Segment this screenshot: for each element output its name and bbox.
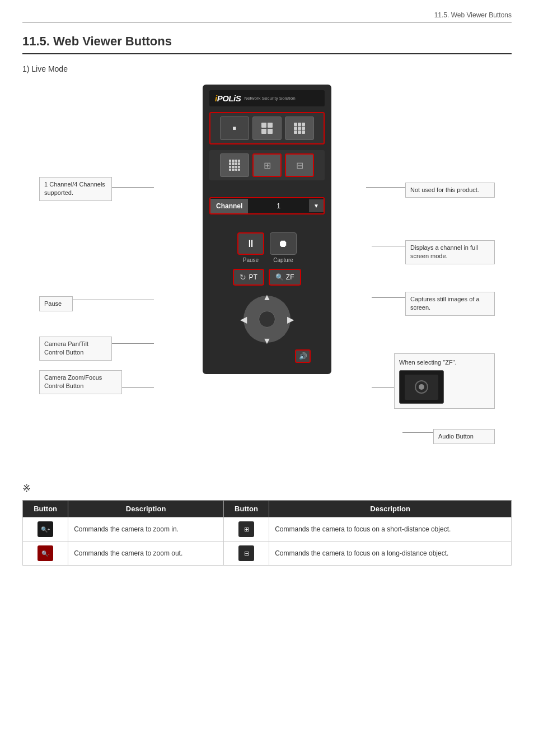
subsection-label: 1) Live Mode — [22, 64, 512, 73]
table-btn1-0: 🔍+ — [23, 517, 68, 542]
table-btn2-1: ⊟ — [223, 542, 269, 566]
section-title: 11.5. Web Viewer Buttons — [22, 34, 512, 54]
zf-label: ZF — [286, 273, 294, 281]
section-number: 11.5. — [22, 34, 50, 48]
callout-capture: Captures still images of a screen. — [405, 292, 495, 316]
view-custom2-button[interactable]: ⊟ — [285, 153, 314, 177]
zf-popup-circle — [415, 380, 428, 394]
callout-zf: Camera Zoom/Focus Control Button — [39, 370, 122, 394]
zf-button[interactable]: 🔍 ZF — [269, 269, 301, 286]
view-buttons-row2: ⊞ ⊟ — [209, 150, 325, 180]
capture-btn-wrap: ⏺ Capture — [270, 232, 297, 263]
callout-fullscreen: Displays a channel in full screen mode. — [405, 240, 495, 264]
logo-polis: POLiS — [217, 94, 241, 103]
channel-label: Channel — [210, 199, 248, 213]
subsection-text: 1) Live Mode — [22, 64, 68, 73]
col4-header: Description — [269, 501, 512, 517]
col2-header: Description — [68, 501, 224, 517]
pt-icon: ↻ — [240, 273, 246, 282]
audio-button[interactable]: 🔊 — [295, 349, 311, 363]
table-btn1-1: 🔍- — [23, 542, 68, 566]
ptz-left-arrow[interactable]: ◀ — [240, 314, 247, 325]
callout-line-audio — [402, 432, 433, 433]
ptz-up-arrow[interactable]: ▲ — [263, 292, 271, 302]
table-desc2-0: Commands the camera to focus on a short-… — [269, 517, 512, 542]
view-custom1-button[interactable]: ⊞ — [252, 153, 282, 177]
note-symbol: ※ — [22, 482, 512, 494]
when-selecting-label: When selecting "ZF". — [399, 358, 490, 367]
callout-audio-text: Audio Button — [438, 433, 474, 440]
custom1-icon: ⊞ — [264, 160, 271, 171]
zf-popup-image — [399, 370, 444, 404]
col3-header: Button — [223, 501, 269, 517]
zf-magnify-icon: 🔍 — [275, 273, 284, 281]
capture-icon: ⏺ — [278, 238, 288, 250]
ptz-center — [259, 311, 275, 328]
callout-when-selecting: When selecting "ZF". — [394, 353, 495, 409]
zoom-in-icon[interactable]: 🔍+ — [38, 521, 53, 537]
capture-label: Capture — [273, 257, 293, 263]
audio-icon: 🔊 — [299, 352, 307, 360]
pt-button[interactable]: ↻ PT — [233, 269, 264, 286]
focus-near-icon[interactable]: ⊞ — [238, 521, 254, 537]
ptz-down-arrow[interactable]: ▼ — [263, 336, 271, 346]
ptz-audio-section: ▲ ▼ ◀ ▶ 🔊 — [209, 291, 325, 363]
pause-capture-row: ⏸ Pause ⏺ Capture — [237, 232, 297, 263]
ptz-right-arrow[interactable]: ▶ — [287, 314, 294, 325]
view-16ch-button[interactable] — [220, 153, 249, 177]
table-desc1-1: Commands the camera to zoom out. — [68, 542, 224, 566]
callout-zf-text: Camera Zoom/Focus Control Button — [44, 374, 102, 389]
grid-16-icon — [229, 160, 240, 171]
callout-line-capture — [372, 297, 405, 298]
pause-label: Pause — [243, 257, 259, 263]
view-9ch-button[interactable] — [285, 116, 314, 140]
pause-icon: ⏸ — [246, 238, 256, 250]
note-symbol-text: ※ — [22, 483, 31, 494]
callout-line-ch — [112, 187, 154, 188]
pause-btn-wrap: ⏸ Pause — [237, 232, 264, 263]
callout-line-zf — [122, 387, 154, 388]
callout-not-used: Not used for this product. — [405, 183, 495, 198]
callout-fullscreen-text: Displays a channel in full screen mode. — [410, 244, 478, 259]
pt-label: PT — [249, 273, 257, 281]
channel-dropdown-arrow[interactable]: ▼ — [309, 199, 324, 212]
callout-pause: Pause — [39, 296, 73, 311]
when-selecting-text: When selecting "ZF". — [399, 359, 457, 366]
central-panel: iPOLiS Network Security Solution ▪ — [203, 85, 331, 374]
callout-not-used-text: Not used for this product. — [410, 186, 479, 193]
logo-subtitle: Network Security Solution — [244, 96, 296, 101]
view-4ch-button[interactable] — [252, 116, 282, 140]
zf-popup-inner — [405, 375, 438, 400]
diagram-container: 1 Channel/4 Channels supported. Pause Ca… — [22, 85, 512, 465]
ptzf-row: ↻ PT 🔍 ZF — [209, 269, 325, 286]
callout-audio: Audio Button — [433, 429, 495, 444]
audio-btn-row: 🔊 — [209, 349, 325, 363]
info-table: Button Description Button Description 🔍+… — [22, 500, 512, 566]
callout-line-not-used — [366, 187, 405, 188]
channel-selector[interactable]: Channel 1 ▼ — [209, 197, 325, 214]
focus-far-icon[interactable]: ⊟ — [238, 545, 254, 561]
grid-9-icon — [294, 123, 305, 134]
zf-popup-inner-circle — [419, 384, 424, 390]
callout-pt: Camera Pan/Tilt Control Button — [39, 337, 112, 361]
capture-button[interactable]: ⏺ — [270, 232, 297, 255]
logo-bar: iPOLiS Network Security Solution — [209, 90, 325, 106]
header-text: 11.5. Web Viewer Buttons — [434, 11, 512, 19]
callout-line-when-selecting — [372, 387, 394, 388]
callout-line-pause — [73, 300, 154, 300]
table-desc2-1: Commands the camera to focus on a long-d… — [269, 542, 512, 566]
view-buttons-row1: ▪ — [209, 112, 325, 144]
logo-text: iPOLiS — [215, 94, 241, 103]
callout-capture-text: Captures still images of a screen. — [410, 296, 480, 311]
grid-4-icon — [261, 123, 273, 134]
channel-value: 1 — [248, 198, 309, 213]
view-1ch-button[interactable]: ▪ — [220, 116, 249, 140]
callout-ch-1-4: 1 Channel/4 Channels supported. — [39, 177, 112, 201]
section-title-text: Web Viewer Buttons — [53, 34, 172, 48]
zoom-out-icon[interactable]: 🔍- — [38, 545, 53, 561]
pause-button[interactable]: ⏸ — [237, 232, 264, 255]
callout-pause-text: Pause — [44, 300, 62, 307]
callout-ch-text: 1 Channel/4 Channels supported. — [44, 181, 105, 196]
grid-1-icon: ▪ — [232, 121, 237, 136]
table-desc1-0: Commands the camera to zoom in. — [68, 517, 224, 542]
